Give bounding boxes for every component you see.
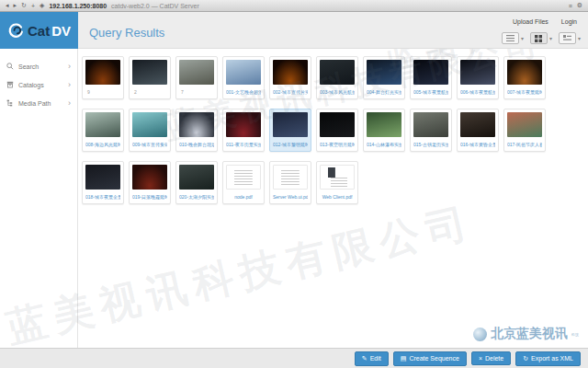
catdv-logo[interactable]: Cat DV	[0, 12, 78, 49]
media-card[interactable]: Server Web.ui.pdf	[269, 161, 311, 204]
chevron-right-icon[interactable]: ›	[68, 63, 71, 70]
back-icon[interactable]: ◂	[6, 2, 9, 9]
media-card[interactable]: 017-民俗节庆人群.MOV	[503, 109, 546, 152]
login-link[interactable]: Login	[561, 18, 577, 25]
media-card[interactable]: 018-城市夜景全景.MOV	[82, 161, 124, 204]
browser-settings-icon[interactable]: ⚙	[577, 2, 582, 9]
forward-icon[interactable]: ▸	[14, 2, 17, 9]
media-filename: 020-太湖夕阳实拍.MOV	[179, 193, 214, 201]
media-card[interactable]: 010-晚会舞台现场.MOV	[175, 109, 218, 152]
video-thumbnail	[320, 112, 355, 137]
grid-view-chevron-icon[interactable]: ▾	[549, 35, 552, 41]
grid-view-button[interactable]	[530, 32, 548, 44]
media-card[interactable]: 013-夜空明月延时.MOV	[316, 109, 358, 152]
media-filename: 005-城市夜景航拍1.MOV	[413, 88, 448, 97]
media-filename: node.pdf	[226, 193, 261, 201]
media-card[interactable]: node.pdf	[222, 161, 265, 204]
video-thumbnail	[132, 60, 167, 85]
thumbnail-row: 008-海边风光延时.MOV009-城市宣传集锦.MOV010-晚会舞台现场.M…	[82, 109, 588, 152]
chevron-right-icon[interactable]: ›	[68, 82, 71, 88]
media-filename: 7	[179, 88, 214, 97]
sidebar-item-label: Media Path	[18, 100, 51, 107]
grid-view-icon	[535, 35, 542, 42]
media-filename: 006-城市夜景航拍2.MOV	[460, 88, 495, 97]
media-card[interactable]: 001-文艺晚会超清实拍.MOV	[222, 56, 265, 99]
media-card[interactable]: 006-城市夜景航拍2.MOV	[457, 56, 499, 99]
delete-button-label: Delete	[485, 355, 503, 362]
media-card[interactable]: 015-古镇老街实拍.MOV	[410, 109, 452, 152]
media-filename: 018-城市夜景全景.MOV	[85, 193, 120, 201]
sidebar-item-catalogs[interactable]: Catalogs ›	[0, 75, 77, 94]
export-xml-button[interactable]: ↻ Export as XML	[515, 351, 581, 366]
video-thumbnail	[226, 60, 261, 85]
catdv-swirl-icon	[7, 21, 26, 40]
sidebar-item-label: Search	[18, 63, 39, 70]
media-card[interactable]: 011-夜市街景实拍.MOV	[222, 109, 265, 152]
media-card[interactable]: 014-山林瀑布实拍.MOV	[363, 109, 405, 152]
detail-view-button[interactable]	[559, 32, 576, 44]
list-view-button[interactable]	[502, 32, 519, 44]
media-card[interactable]: 005-城市夜景航拍1.MOV	[410, 56, 452, 99]
media-filename: 011-夜市街景实拍.MOV	[226, 141, 261, 149]
app-header: Cat DV Query Results Upload Files Login …	[0, 12, 588, 49]
media-card[interactable]: 7	[175, 56, 218, 99]
media-filename: 008-海边风光延时.MOV	[85, 141, 120, 149]
media-filename: 012-城市黎明延时.MOV	[273, 141, 308, 149]
video-thumbnail	[179, 60, 214, 85]
document-thumbnail	[320, 165, 355, 190]
media-card[interactable]: 016-城市黄昏全景.MOV	[457, 109, 499, 152]
browser-menu-icon[interactable]: ≡	[569, 3, 572, 9]
media-filename: 015-古镇老街实拍.MOV	[413, 141, 448, 149]
reload-icon[interactable]: ↻	[21, 2, 27, 9]
media-card[interactable]: 004-舞台灯光实拍.MOV	[363, 56, 405, 99]
edit-button[interactable]: ✎ Edit	[355, 351, 389, 366]
sequence-icon: ▤	[401, 355, 407, 362]
video-thumbnail	[132, 112, 167, 137]
video-thumbnail	[320, 60, 355, 85]
list-view-chevron-icon[interactable]: ▾	[521, 35, 524, 41]
media-filename: 017-民俗节庆人群.MOV	[507, 141, 542, 149]
media-card[interactable]: 003-城市风光航拍1.MOV	[316, 56, 358, 99]
main-area: Search › Catalogs › Media Path › 927001-…	[0, 49, 588, 348]
create-sequence-button[interactable]: ▤ Create Sequence	[393, 351, 467, 366]
media-filename: 007-城市夜景延时实拍.MOV	[507, 88, 542, 97]
url-page-title: catdv-web2.0 — CatDV Server	[111, 3, 199, 9]
video-thumbnail	[85, 112, 120, 137]
media-card[interactable]: 007-城市夜景延时实拍.MOV	[503, 56, 546, 99]
document-thumbnail	[226, 165, 261, 190]
media-card[interactable]: 019-日落晚霞延时.MOV	[129, 161, 171, 204]
security-shield-icon: ◈	[40, 2, 44, 9]
delete-button[interactable]: × Delete	[471, 351, 511, 365]
media-card[interactable]: 020-太湖夕阳实拍.MOV	[175, 161, 218, 204]
sidebar-item-media-path[interactable]: Media Path ›	[0, 94, 77, 112]
search-icon	[6, 63, 14, 70]
media-filename: 004-舞台灯光实拍.MOV	[367, 88, 401, 97]
media-card[interactable]: 008-海边风光延时.MOV	[82, 109, 124, 152]
media-filename: Server Web.ui.pdf	[273, 193, 308, 201]
list-view-icon	[506, 35, 514, 41]
media-filename: 010-晚会舞台现场.MOV	[179, 141, 214, 149]
new-tab-icon[interactable]: +	[31, 3, 35, 9]
media-filename: 009-城市宣传集锦.MOV	[132, 141, 167, 149]
video-thumbnail	[460, 60, 495, 85]
chevron-right-icon[interactable]: ›	[68, 100, 71, 107]
export-icon: ↻	[523, 355, 528, 362]
delete-x-icon: ×	[479, 355, 482, 362]
media-filename: 2	[132, 88, 167, 97]
video-thumbnail	[85, 165, 120, 190]
media-card[interactable]: 9	[82, 56, 124, 99]
media-card[interactable]: 012-城市黎明延时.MOV	[269, 109, 311, 152]
pencil-icon: ✎	[362, 355, 368, 362]
media-card[interactable]: Web Client.pdf	[316, 161, 358, 204]
media-card[interactable]: 002-城市宣传片实拍.MOV	[269, 56, 311, 99]
catalogs-icon	[6, 81, 14, 88]
video-thumbnail	[507, 60, 542, 85]
upload-files-link[interactable]: Upload Files	[513, 18, 548, 25]
sidebar-item-search[interactable]: Search ›	[0, 57, 77, 75]
action-bar: ✎ Edit ▤ Create Sequence × Delete ↻ Expo…	[0, 348, 588, 368]
media-card[interactable]: 2	[129, 56, 171, 99]
url-host[interactable]: 192.168.1.250:8080	[49, 3, 107, 9]
media-card[interactable]: 009-城市宣传集锦.MOV	[129, 109, 171, 152]
detail-view-chevron-icon[interactable]: ▾	[578, 35, 581, 41]
video-thumbnail	[413, 112, 448, 137]
